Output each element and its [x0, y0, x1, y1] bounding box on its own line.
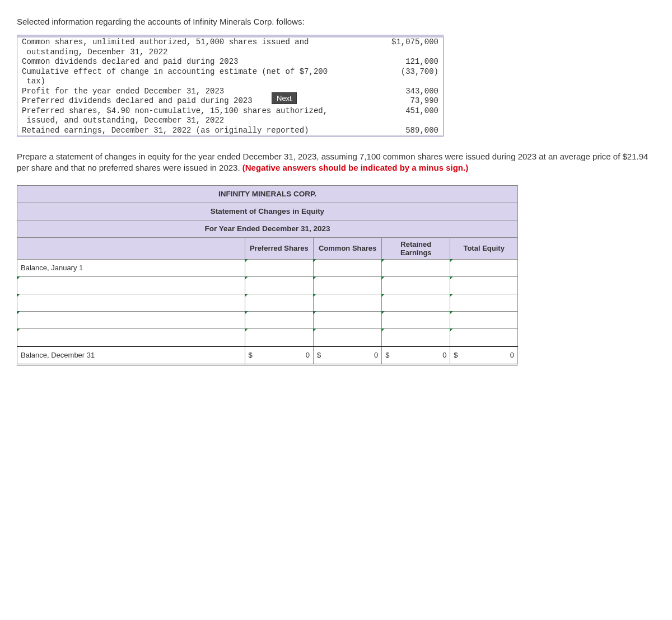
cell-r3-preferred[interactable]	[245, 294, 313, 311]
acct-val-0: $1,075,000	[382, 37, 438, 57]
table-title-3: For Year Ended December 31, 2023	[17, 220, 518, 237]
cell-r2-preferred[interactable]	[245, 276, 313, 294]
cell-r5-total[interactable]	[450, 328, 518, 346]
cell-jan1-common[interactable]	[313, 259, 381, 276]
table-title-1: INFINITY MINERALS CORP.	[17, 185, 518, 203]
val-total: 0	[510, 351, 514, 359]
col-common: Common Shares	[313, 237, 381, 259]
instructions: Prepare a statement of changes in equity…	[17, 151, 655, 174]
cell-r4-total[interactable]	[450, 311, 518, 328]
cell-r4-common[interactable]	[313, 311, 381, 328]
cell-r2-common[interactable]	[313, 276, 381, 294]
row-label-3[interactable]	[17, 294, 245, 311]
sym-preferred: $	[249, 351, 253, 359]
acct-val-2: (33,700)	[382, 67, 438, 87]
acct-val-4: 73,990	[382, 96, 438, 106]
col-retained: Retained Earnings	[382, 237, 450, 259]
cell-r2-total[interactable]	[450, 276, 518, 294]
col-blank	[17, 237, 245, 259]
row-label-4[interactable]	[17, 311, 245, 328]
instructions-red: (Negative answers should be indicated by…	[242, 163, 468, 172]
acct-label-2: Cumulative effect of change in accountin…	[22, 67, 328, 87]
acct-val-3: 343,000	[382, 87, 438, 97]
cell-r4-preferred[interactable]	[245, 311, 313, 328]
acct-val-1: 121,000	[382, 57, 438, 67]
row-label-balance-dec31[interactable]: Balance, December 31	[17, 346, 245, 365]
acct-label-0: Common shares, unlimited authorized, 51,…	[22, 37, 309, 57]
sym-retained: $	[385, 351, 389, 359]
cell-jan1-preferred[interactable]	[245, 259, 313, 276]
val-common: 0	[374, 351, 378, 359]
col-preferred: Preferred Shares	[245, 237, 313, 259]
cell-r5-common[interactable]	[313, 328, 381, 346]
acct-label-1: Common dividends declared and paid durin…	[22, 57, 238, 67]
cell-r3-retained[interactable]	[382, 294, 450, 311]
cell-r3-common[interactable]	[313, 294, 381, 311]
cell-jan1-retained[interactable]	[382, 259, 450, 276]
val-retained: 0	[442, 351, 446, 359]
table-title-2: Statement of Changes in Equity	[17, 203, 518, 220]
equity-table: INFINITY MINERALS CORP. Statement of Cha…	[17, 185, 518, 365]
sym-total: $	[454, 351, 458, 359]
val-preferred: 0	[306, 351, 310, 359]
cell-r5-retained[interactable]	[382, 328, 450, 346]
row-label-balance-jan1[interactable]: Balance, January 1	[17, 259, 245, 276]
acct-label-3: Profit for the year ended December 31, 2…	[22, 87, 224, 97]
cell-dec31-preferred: $0	[245, 346, 313, 365]
cell-dec31-total: $0	[450, 346, 518, 365]
accounts-data-box: Common shares, unlimited authorized, 51,…	[17, 35, 444, 137]
cell-r5-preferred[interactable]	[245, 328, 313, 346]
cell-jan1-total[interactable]	[450, 259, 518, 276]
acct-label-6: Retained earnings, December 31, 2022 (as…	[22, 126, 309, 136]
next-button[interactable]: Next	[272, 92, 297, 104]
cell-dec31-common: $0	[313, 346, 381, 365]
row-label-2[interactable]	[17, 276, 245, 294]
sym-common: $	[317, 351, 321, 359]
acct-label-4: Preferred dividends declared and paid du…	[22, 96, 253, 106]
acct-label-5: Preferred shares, $4.90 non-cumulative, …	[22, 106, 328, 126]
row-label-5[interactable]	[17, 328, 245, 346]
intro-text: Selected information regarding the accou…	[17, 17, 655, 26]
acct-val-5: 451,000	[382, 106, 438, 126]
cell-r3-total[interactable]	[450, 294, 518, 311]
col-total: Total Equity	[450, 237, 518, 259]
cell-r4-retained[interactable]	[382, 311, 450, 328]
acct-val-6: 589,000	[382, 126, 438, 136]
cell-dec31-retained: $0	[382, 346, 450, 365]
cell-r2-retained[interactable]	[382, 276, 450, 294]
